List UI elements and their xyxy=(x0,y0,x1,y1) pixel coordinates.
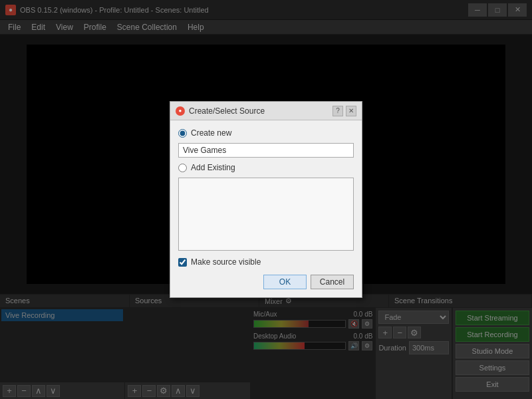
modal-help-button[interactable]: ? xyxy=(332,106,343,116)
modal-buttons: OK Cancel xyxy=(178,275,354,289)
modal-ok-button[interactable]: OK xyxy=(263,275,307,289)
source-name-input[interactable] xyxy=(178,143,354,158)
make-visible-label: Make source visible xyxy=(191,257,261,267)
create-source-modal: ● Create/Select Source ? ✕ Create new Ad… xyxy=(170,101,362,298)
add-existing-label: Add Existing xyxy=(191,163,235,172)
create-new-label: Create new xyxy=(191,128,231,138)
make-visible-row: Make source visible xyxy=(178,257,354,267)
modal-app-icon: ● xyxy=(176,106,185,116)
create-new-radio[interactable] xyxy=(178,129,187,138)
modal-overlay: ● Create/Select Source ? ✕ Create new Ad… xyxy=(0,0,532,399)
create-new-radio-row: Create new xyxy=(178,128,354,138)
modal-title-controls: ? ✕ xyxy=(332,106,356,116)
modal-body: Create new Add Existing Make source visi… xyxy=(170,120,362,297)
existing-sources-list[interactable] xyxy=(178,178,354,251)
modal-title-left: ● Create/Select Source xyxy=(176,106,265,116)
make-visible-checkbox[interactable] xyxy=(178,258,187,267)
modal-cancel-button[interactable]: Cancel xyxy=(311,275,354,289)
modal-title: Create/Select Source xyxy=(189,106,265,116)
modal-titlebar: ● Create/Select Source ? ✕ xyxy=(170,102,362,120)
add-existing-radio-row: Add Existing xyxy=(178,163,354,172)
add-existing-radio[interactable] xyxy=(178,164,187,172)
modal-close-button[interactable]: ✕ xyxy=(346,106,356,116)
